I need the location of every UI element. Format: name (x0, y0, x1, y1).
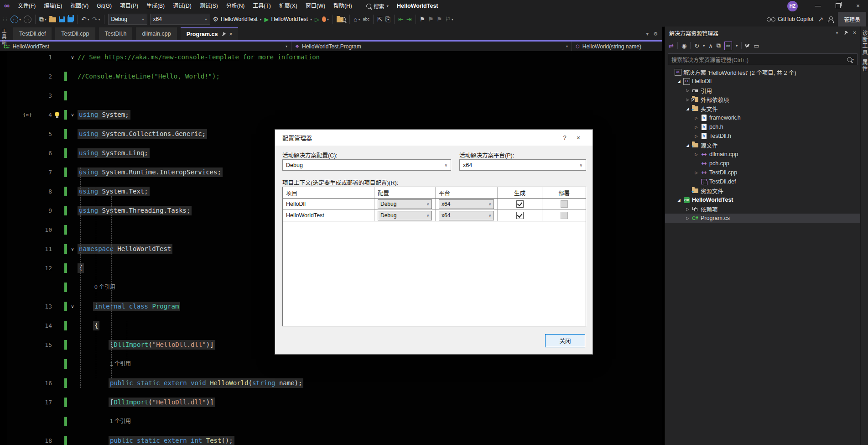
properties-wrench-icon[interactable] (745, 43, 750, 48)
chevron-down-icon[interactable]: ▾ (836, 31, 838, 35)
panel-close-icon[interactable]: × (853, 30, 856, 36)
menu-item-8[interactable]: 分析(N) (222, 0, 249, 12)
code-line[interactable]: public static extern void HelloWorld(str… (109, 378, 303, 388)
tree-item-dllmain.cpp[interactable]: ▷++dllmain.cpp (665, 150, 860, 159)
solution-explorer-header[interactable]: 解决方案资源管理器 ▾ × (665, 26, 860, 39)
codelens-references[interactable]: 0 个引用 (94, 283, 115, 292)
tree-item-HelloWorldTest[interactable]: ◢C#HelloWorldTest (665, 195, 860, 204)
navigate-home-button[interactable]: ⌂▾ (352, 13, 361, 25)
select-mode-button[interactable]: ⇱ (376, 13, 384, 25)
vertical-tab-属性[interactable]: 属性 (861, 59, 868, 72)
spell-check-button[interactable]: abc (362, 13, 371, 25)
code-line[interactable]: [DllImport("HelloDll.dll")] (109, 398, 215, 407)
solution-config-combo[interactable]: Debug▾ (108, 14, 147, 25)
preview-icon[interactable]: ◉ (681, 42, 686, 49)
breadcrumb-member[interactable]: ⬡ HelloWorld(string name) (572, 42, 662, 51)
menu-item-5[interactable]: 生成(B) (142, 0, 169, 12)
switch-views-icon[interactable]: ⇄ (669, 42, 674, 49)
fold-chevron-icon[interactable]: ∨ (68, 110, 77, 120)
save-button[interactable] (57, 13, 66, 25)
code-line[interactable]: internal class Program (93, 302, 180, 311)
new-item-icon[interactable]: ▭ (754, 42, 759, 49)
sync-with-active-document-icon[interactable]: ▫▫ (724, 42, 732, 50)
tree-item-TestDll.def[interactable]: TestDll.def (665, 177, 860, 186)
restore-button[interactable] (828, 0, 848, 12)
collapse-all-icon[interactable]: ∧ (708, 42, 713, 49)
menu-item-3[interactable]: Git(G) (93, 0, 116, 12)
clear-bookmarks-button[interactable]: ⚐▾ (443, 13, 455, 25)
breadcrumb-type[interactable]: ❖ HelloWorldTest.Program ▾ (291, 42, 572, 51)
tree-item-解决方案 'HelloWorldTest' (2 个项目, 共 2 个)[interactable]: ∞解决方案 'HelloWorldTest' (2 个项目, 共 2 个) (665, 68, 860, 77)
deploy-checkbox[interactable] (561, 212, 568, 219)
start-debugging-button[interactable]: ▶ HelloWorldTest▾ (263, 13, 314, 25)
pin-icon[interactable] (842, 30, 848, 36)
row-0-config-combo[interactable]: Debug∨ (378, 199, 432, 209)
save-all-button[interactable] (66, 13, 75, 25)
collapsed-arrow-icon[interactable]: ▷ (684, 89, 691, 93)
window-layout-icon[interactable]: ⚙ (653, 31, 658, 37)
codelens-references[interactable]: 1 个引用 (110, 359, 131, 369)
tree-item-pch.cpp[interactable]: ++pch.cpp (665, 159, 860, 168)
minimize-button[interactable]: — (808, 0, 828, 12)
row-1-platform-combo[interactable]: x64∨ (439, 211, 494, 220)
collapsed-arrow-icon[interactable]: ▷ (684, 98, 691, 102)
menu-item-12[interactable]: 帮助(H) (329, 0, 356, 12)
dialog-close-button[interactable]: 关闭 (545, 334, 585, 347)
pin-icon[interactable] (221, 31, 227, 37)
code-line[interactable]: using System.Text; (78, 187, 150, 196)
code-line[interactable]: using System.Threading.Tasks; (78, 206, 192, 215)
code-line[interactable]: using System.Linq; (78, 148, 150, 158)
account-icon[interactable] (828, 16, 833, 22)
prev-bookmark-button[interactable]: ⚑ (426, 13, 435, 25)
tab-dllmain.cpp[interactable]: dllmain.cpp (136, 27, 177, 40)
tree-item-资源文件[interactable]: 资源文件 (665, 186, 860, 195)
code-line[interactable]: // See https://aka.ms/new-console-templa… (78, 52, 320, 62)
solution-platform-combo[interactable]: x64▾ (150, 14, 210, 25)
menu-item-4[interactable]: 项目(P) (116, 0, 142, 12)
collapsed-arrow-icon[interactable]: ▷ (693, 171, 700, 175)
active-platform-combo[interactable]: x64∨ (459, 159, 586, 171)
expanded-arrow-icon[interactable]: ◢ (676, 79, 682, 84)
code-line[interactable]: [DllImport("HelloDll.dll")] (109, 340, 215, 350)
tree-item-头文件[interactable]: ◢头文件 (665, 104, 860, 113)
menu-item-11[interactable]: 窗口(W) (301, 0, 329, 12)
lightbulb-icon[interactable] (55, 112, 59, 116)
pending-changes-filter-icon[interactable]: ↻ (694, 42, 699, 49)
menu-item-9[interactable]: 工具(T) (249, 0, 275, 12)
show-all-files-icon[interactable]: ⧉ (717, 42, 721, 49)
menu-item-1[interactable]: 编辑(E) (40, 0, 66, 12)
collapsed-arrow-icon[interactable]: ▷ (693, 125, 700, 129)
admin-button[interactable]: 管理员 (838, 12, 866, 26)
code-line[interactable]: { (78, 263, 84, 273)
open-file-button[interactable] (48, 13, 57, 25)
dialog-help-button[interactable]: ? (558, 134, 572, 141)
hot-reload-button[interactable]: ▾ (321, 13, 330, 25)
dialog-close-icon[interactable]: × (572, 134, 585, 141)
collapsed-arrow-icon[interactable]: ▷ (693, 116, 700, 120)
code-line[interactable]: namespace HelloWorldTest (78, 244, 172, 254)
row-0-platform-combo[interactable]: x64∨ (439, 199, 494, 209)
vertical-tab-诊断工具[interactable]: 诊断工具 (861, 30, 868, 56)
menu-item-6[interactable]: 调试(D) (169, 0, 196, 12)
build-checkbox[interactable] (516, 212, 524, 219)
toolbox-vertical-tab[interactable]: 工具箱 (0, 28, 7, 46)
startup-project-combo[interactable]: ⚙ HelloWorldTest▾ (212, 13, 263, 25)
code-line[interactable]: using System; (78, 110, 130, 120)
collapsed-arrow-icon[interactable]: ▷ (693, 152, 700, 157)
expanded-arrow-icon[interactable]: ◢ (684, 107, 691, 111)
menu-item-10[interactable]: 扩展(X) (275, 0, 301, 12)
bookmark-button[interactable]: ⚑ (418, 13, 427, 25)
solution-search-input[interactable]: 搜索解决方案资源管理器(Ctrl+;) ▾ (668, 53, 858, 65)
tree-item-framework.h[interactable]: ▷hframework.h (665, 113, 860, 122)
codelens-references[interactable]: 1 个引用 (110, 417, 131, 426)
tree-item-依赖项[interactable]: ▷依赖项 (665, 204, 860, 214)
tree-item-Program.cs[interactable]: ▷C#Program.cs (665, 214, 860, 223)
tab-TestDll.def[interactable]: TestDll.def (13, 27, 52, 40)
github-copilot-button[interactable]: GitHub Copilot (767, 16, 813, 22)
tree-item-HelloDll[interactable]: ◢++HelloDll (665, 77, 860, 86)
menu-item-0[interactable]: 文件(F) (14, 0, 40, 12)
search-menu[interactable]: 搜索 ▾ (366, 2, 389, 10)
breadcrumb-project[interactable]: C# HelloWorldTest ▾ (0, 42, 291, 51)
tab-TestDll.cpp[interactable]: TestDll.cpp (55, 27, 95, 40)
tree-item-外部依赖项[interactable]: ▷外部依赖项 (665, 95, 860, 104)
